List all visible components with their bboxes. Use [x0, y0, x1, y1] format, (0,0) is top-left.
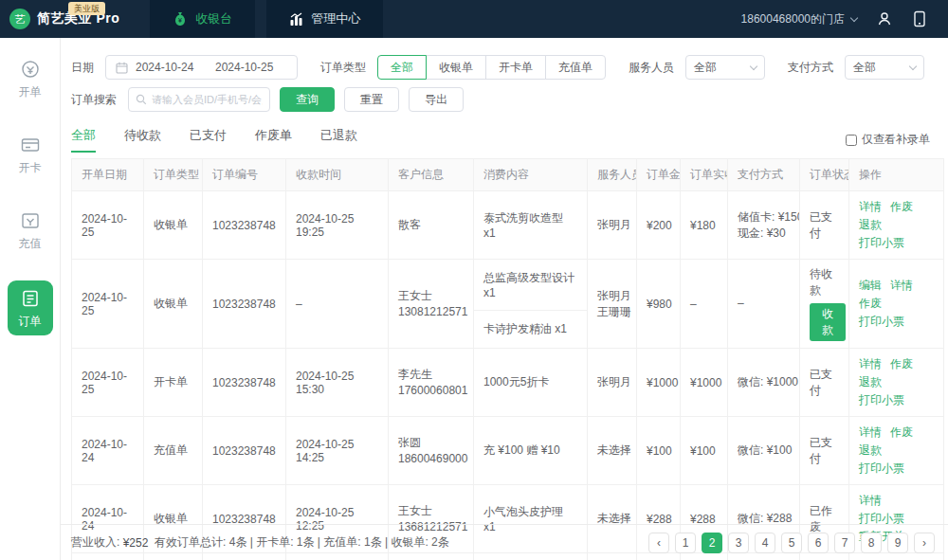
pagination: ‹123456789› — [648, 533, 935, 553]
sidebar-item-label: 订单 — [19, 314, 42, 330]
column-header-服务人员: 服务人员 — [588, 159, 637, 191]
order-type-充值单[interactable]: 充值单 — [545, 55, 606, 80]
table-header-row: 开单日期订单类型订单编号收款时间客户信息消费内容服务人员订单金额订单实收支付方式… — [72, 159, 944, 191]
page-button-8[interactable]: 8 — [861, 533, 882, 553]
tab-待收款[interactable]: 待收款 — [124, 127, 161, 153]
order-type-全部[interactable]: 全部 — [377, 55, 427, 80]
op-link-作废[interactable]: 作废 — [859, 295, 882, 313]
consume-item: 总监高级发型设计 x1 — [474, 260, 587, 310]
date-start[interactable]: 2024-10-24 — [136, 61, 208, 74]
order-type-收银单[interactable]: 收银单 — [426, 55, 486, 80]
op-link-打印小票[interactable]: 打印小票 — [859, 234, 904, 252]
topbar-tab-收银台[interactable]: ¥收银台 — [150, 0, 255, 38]
sidebar-item-label: 开单 — [19, 84, 42, 100]
cell-order-type: 开卡单 — [144, 349, 203, 417]
cell-customer-line: 李先生 — [398, 367, 464, 383]
op-link-退款[interactable]: 退款 — [859, 216, 882, 234]
op-link-退款[interactable]: 退款 — [859, 442, 882, 460]
page-button-1[interactable]: 1 — [675, 533, 696, 553]
sidebar-item-开单[interactable]: 开单 — [8, 53, 53, 106]
table-row: 2024-10-25开卡单10232387482024-10-25 15:30李… — [72, 349, 944, 417]
order-type-text: 收银单 — [154, 512, 188, 525]
page-button-5[interactable]: 5 — [781, 533, 802, 553]
cell-staff: 张明月 — [588, 349, 637, 417]
staff-label: 服务人员 — [629, 60, 674, 76]
cell-operations: 详情作废退款打印小票 — [849, 349, 944, 417]
moneybag-icon: ¥ — [173, 11, 188, 27]
page-button-2[interactable]: 2 — [702, 533, 722, 553]
user-icon[interactable] — [876, 10, 893, 27]
topbar-tab-label: 收银台 — [195, 10, 232, 27]
sidebar-item-订单[interactable]: 订单 — [8, 280, 53, 335]
cell-paid-time: 2024-10-25 15:30 — [286, 349, 389, 417]
op-link-作废[interactable]: 作废 — [890, 198, 913, 216]
date-label: 日期 — [71, 60, 94, 76]
sidebar-item-开卡[interactable]: 开卡 — [8, 129, 53, 182]
tab-全部[interactable]: 全部 — [71, 127, 96, 153]
column-header-订单状态: 订单状态 — [800, 159, 849, 191]
cell-customer-line: 王女士 — [398, 503, 464, 519]
page-button-7[interactable]: 7 — [834, 533, 855, 553]
sidebar: 开单开卡充值订单 — [0, 38, 61, 560]
device-icon[interactable] — [912, 10, 927, 27]
chevron-down-icon — [750, 62, 757, 69]
filter-row-2: 订单搜索 查询 重置 导出 — [71, 87, 943, 112]
checkbox-label: 仅查看补录单 — [862, 132, 930, 148]
cell-amount: ¥200 — [637, 191, 681, 260]
page-button-9[interactable]: 9 — [887, 533, 908, 553]
prev-page-button[interactable]: ‹ — [648, 533, 669, 553]
edition-badge: 美业版 — [68, 2, 105, 15]
op-link-退款[interactable]: 退款 — [859, 373, 882, 391]
page-button-6[interactable]: 6 — [808, 533, 829, 553]
op-link-详情[interactable]: 详情 — [890, 277, 913, 295]
cell-staff-line: 王珊珊 — [597, 304, 627, 320]
op-link-作废[interactable]: 作废 — [890, 424, 913, 442]
sidebar-item-充值[interactable]: 充值 — [8, 205, 53, 258]
revenue-label: 营业收入: — [71, 534, 119, 551]
page-button-4[interactable]: 4 — [755, 533, 775, 553]
collect-button[interactable]: 收款 — [810, 303, 846, 341]
query-button[interactable]: 查询 — [280, 87, 335, 112]
cell-paid-time: 2024-10-25 19:25 — [286, 191, 389, 260]
store-name: 18600468000的门店 — [741, 11, 845, 27]
order-type-text: 开卡单 — [154, 375, 188, 388]
op-link-详情[interactable]: 详情 — [859, 355, 882, 373]
status-text: 已支付 — [810, 367, 839, 399]
cell-payment: 微信: ¥1000 — [728, 349, 800, 417]
tab-作废单[interactable]: 作废单 — [255, 127, 292, 153]
cell-payment: 微信: ¥100 — [728, 417, 800, 485]
chevron-down-icon — [909, 62, 917, 69]
tab-已退款[interactable]: 已退款 — [320, 127, 357, 153]
only-supplement-checkbox[interactable]: 仅查看补录单 — [846, 132, 930, 148]
status-tab-list: 全部待收款已支付作废单已退款 — [71, 127, 386, 153]
cell-open-date: 2024-10-25 — [72, 260, 144, 349]
status-text: 已支付 — [810, 209, 839, 242]
op-link-打印小票[interactable]: 打印小票 — [859, 391, 904, 409]
op-link-详情[interactable]: 详情 — [859, 424, 882, 442]
payment-select[interactable]: 全部 — [845, 55, 924, 80]
topbar-tab-管理中心[interactable]: 管理中心 — [266, 0, 383, 38]
consume-item: 1000元5折卡 — [474, 364, 587, 401]
consume-item: 泰式洗剪吹造型 x1 — [474, 200, 587, 250]
op-link-详情[interactable]: 详情 — [859, 492, 882, 510]
cell-items: 1000元5折卡 — [474, 349, 588, 417]
next-page-button[interactable]: › — [914, 533, 935, 553]
date-range-picker[interactable]: 2024-10-24 2024-10-25 — [105, 55, 298, 80]
export-button[interactable]: 导出 — [409, 87, 464, 112]
topbar: 艺 简艺美业 Pro 美业版 ¥收银台管理中心 18600468000的门店 — [0, 0, 948, 38]
tab-已支付[interactable]: 已支付 — [190, 127, 227, 153]
staff-select[interactable]: 全部 — [685, 55, 765, 80]
op-link-打印小票[interactable]: 打印小票 — [859, 460, 904, 478]
op-link-打印小票[interactable]: 打印小票 — [859, 313, 904, 331]
op-link-编辑[interactable]: 编辑 — [859, 277, 882, 295]
op-link-作废[interactable]: 作废 — [890, 355, 913, 373]
checkbox[interactable] — [846, 135, 857, 146]
search-input[interactable] — [152, 94, 263, 105]
table-row: 2024-10-25收银单10232387482024-10-25 19:25散… — [72, 191, 944, 260]
page-button-3[interactable]: 3 — [728, 533, 749, 553]
reset-button[interactable]: 重置 — [344, 87, 399, 112]
op-link-详情[interactable]: 详情 — [859, 198, 882, 216]
date-end[interactable]: 2024-10-25 — [215, 61, 287, 74]
order-type-开卡单[interactable]: 开卡单 — [485, 55, 546, 80]
store-selector[interactable]: 18600468000的门店 — [741, 11, 857, 27]
